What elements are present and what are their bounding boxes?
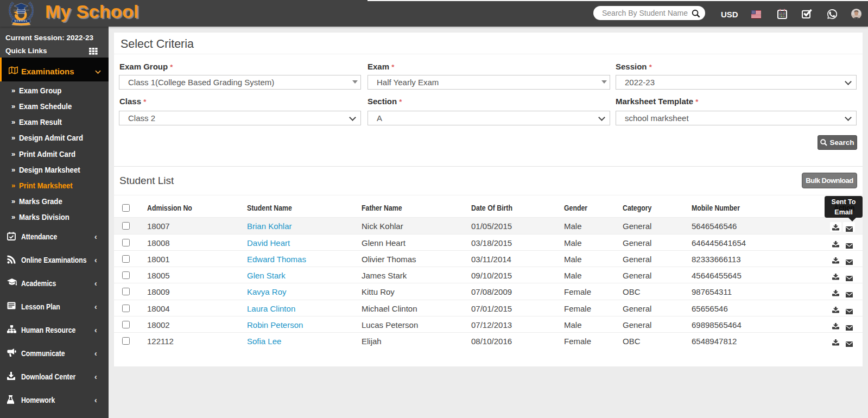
svg-text:SCHOOL: SCHOOL <box>14 20 28 22</box>
